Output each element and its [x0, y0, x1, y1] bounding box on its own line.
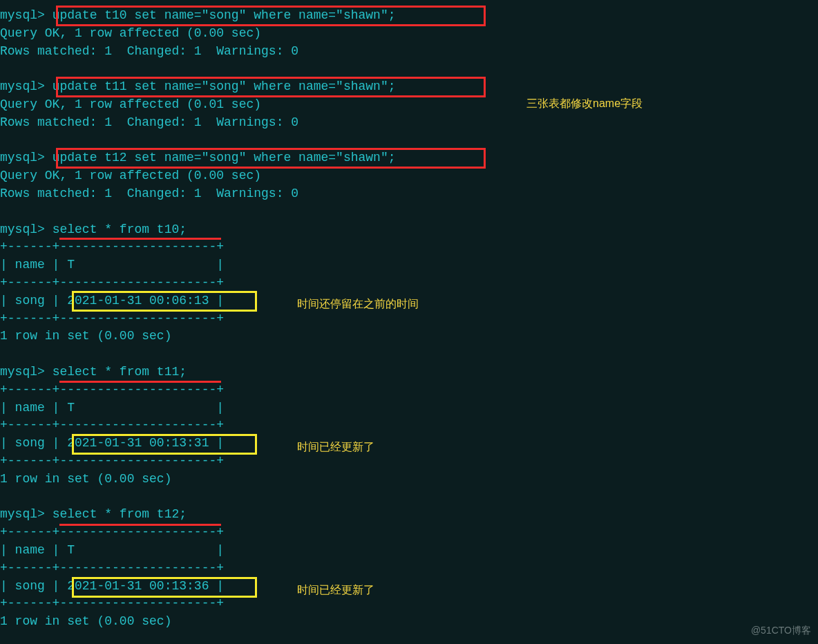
highlight-box-timestamp-t11 — [72, 434, 257, 455]
table-header: | name | T | — [0, 542, 818, 560]
sql-select-t12: select * from t12; — [53, 507, 187, 521]
annotation-time-stale: 时间还停留在之前的时间 — [297, 295, 419, 313]
underline-select-t11 — [59, 381, 221, 383]
mysql-prompt: mysql> — [0, 8, 53, 22]
annotation-three-tables: 三张表都修改name字段 — [526, 95, 643, 113]
table-border: +------+---------------------+ — [0, 595, 818, 613]
query-ok: Query OK, 1 row affected (0.01 sec) — [0, 96, 818, 114]
row-in-set: 1 row in set (0.00 sec) — [0, 471, 818, 489]
highlight-box-update-t12 — [56, 148, 486, 169]
rows-matched: Rows matched: 1 Changed: 1 Warnings: 0 — [0, 185, 818, 203]
watermark: @51CTO博客 — [751, 622, 811, 640]
table-border: +------+---------------------+ — [0, 238, 818, 256]
highlight-box-update-t11 — [56, 77, 486, 97]
rows-matched: Rows matched: 1 Changed: 1 Warnings: 0 — [0, 114, 818, 132]
table-border: +------+---------------------+ — [0, 417, 818, 435]
query-ok: Query OK, 1 row affected (0.00 sec) — [0, 167, 818, 185]
annotation-time-updated-1: 时间已经更新了 — [297, 438, 374, 456]
mysql-prompt: mysql> — [0, 507, 53, 521]
highlight-box-timestamp-t10 — [72, 291, 257, 312]
mysql-prompt: mysql> — [0, 365, 53, 379]
rows-matched: Rows matched: 1 Changed: 1 Warnings: 0 — [0, 43, 818, 61]
table-border: +------+---------------------+ — [0, 560, 818, 578]
table-border: +------+---------------------+ — [0, 524, 818, 542]
mysql-prompt: mysql> — [0, 79, 53, 93]
table-header: | name | T | — [0, 256, 818, 274]
row-in-set: 1 row in set (0.00 sec) — [0, 328, 818, 345]
mysql-prompt: mysql> — [0, 151, 53, 164]
underline-select-t10 — [59, 238, 221, 240]
sql-select-t11: select * from t11; — [53, 365, 187, 379]
sql-select-t10: select * from t10; — [53, 222, 187, 236]
mysql-prompt: mysql> — [0, 222, 53, 236]
table-header: | name | T | — [0, 399, 818, 417]
highlight-box-update-t10 — [56, 6, 486, 26]
highlight-box-timestamp-t12 — [72, 577, 257, 598]
table-border: +------+---------------------+ — [0, 453, 818, 471]
query-ok: Query OK, 1 row affected (0.00 sec) — [0, 25, 818, 43]
table-border: +------+---------------------+ — [0, 381, 818, 399]
underline-select-t12 — [59, 524, 221, 526]
row-in-set: 1 row in set (0.00 sec) — [0, 613, 818, 631]
table-border: +------+---------------------+ — [0, 274, 818, 292]
annotation-time-updated-2: 时间已经更新了 — [297, 581, 374, 599]
